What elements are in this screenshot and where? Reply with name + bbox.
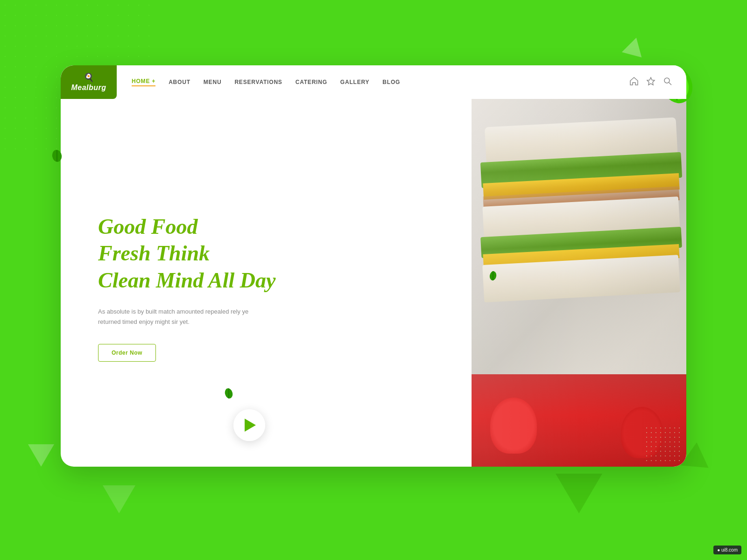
- hero-title-line2: Fresh Think: [98, 241, 210, 265]
- food-image-container: [472, 85, 686, 467]
- bg-triangle-3: [622, 35, 646, 57]
- leaf-mid-bottom-decoration: [224, 388, 233, 399]
- watermark-site: ui8.com: [721, 547, 738, 553]
- nav-about[interactable]: ABOUT: [169, 79, 190, 85]
- bg-triangle-6: [556, 474, 602, 513]
- leaf-left-decoration: [51, 149, 63, 162]
- svg-line-15: [669, 83, 671, 85]
- play-button[interactable]: [233, 409, 265, 441]
- hero-title-line1: Good Food: [98, 215, 197, 238]
- logo-text: Mealburg: [71, 83, 106, 92]
- hero-left: Good Food Fresh Think Clean Mind All Day…: [61, 99, 462, 467]
- watermark-text: ●: [717, 547, 721, 553]
- hero-right: [462, 99, 686, 467]
- star-icon[interactable]: [646, 77, 655, 88]
- svg-point-14: [664, 78, 669, 83]
- dots-pattern: [644, 426, 682, 463]
- home-icon[interactable]: [629, 77, 639, 88]
- nav-icons: [629, 77, 672, 88]
- hero-subtitle: As absolute is by built match amounted r…: [98, 307, 266, 327]
- food-image: [472, 85, 686, 467]
- nav-blog[interactable]: BLOG: [382, 79, 400, 85]
- nav-links: HOME + ABOUT MENU RESERVATIONS CATERING …: [132, 78, 629, 86]
- nav-reservations[interactable]: RESERVATIONS: [234, 79, 282, 85]
- hero-title-line3: Clean Mind All Day: [98, 268, 275, 292]
- watermark: ● ui8.com: [713, 546, 741, 554]
- nav-menu[interactable]: MENU: [204, 79, 222, 85]
- main-card: 🍳 Mealburg HOME + ABOUT MENU RESERVATION…: [61, 65, 686, 467]
- search-icon[interactable]: [663, 77, 672, 88]
- leaf-right-mid-decoration: [489, 271, 497, 281]
- order-now-button[interactable]: Order Now: [98, 344, 156, 362]
- hero-content: Good Food Fresh Think Clean Mind All Day…: [61, 99, 686, 467]
- nav-home[interactable]: HOME +: [132, 78, 155, 86]
- nav-catering[interactable]: CATERING: [296, 79, 327, 85]
- bg-triangle-2: [103, 485, 135, 513]
- nav-gallery[interactable]: GALLERY: [340, 79, 370, 85]
- play-icon: [245, 419, 256, 432]
- svg-marker-13: [647, 77, 655, 85]
- bg-triangle-1: [28, 444, 54, 467]
- hero-title: Good Food Fresh Think Clean Mind All Day: [98, 213, 434, 294]
- navbar: 🍳 Mealburg HOME + ABOUT MENU RESERVATION…: [61, 65, 686, 99]
- chef-hat-icon: 🍳: [84, 72, 94, 83]
- logo[interactable]: 🍳 Mealburg: [61, 65, 117, 99]
